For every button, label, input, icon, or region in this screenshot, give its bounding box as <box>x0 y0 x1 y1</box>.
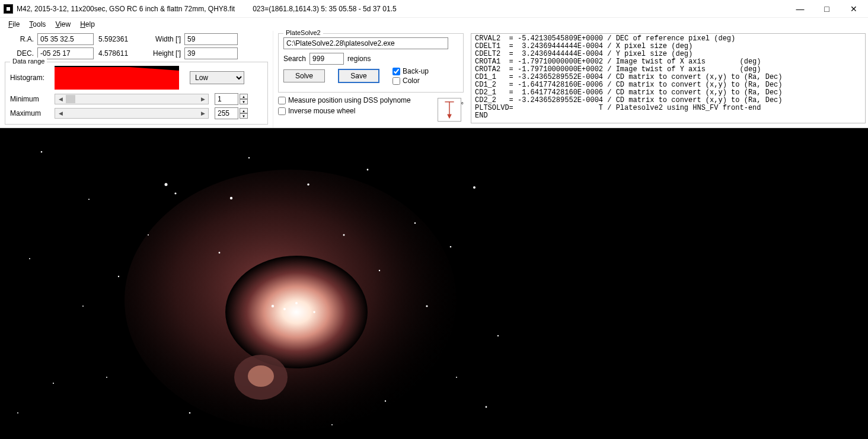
data-range-legend: Data range <box>10 58 47 65</box>
solve-button[interactable]: Solve <box>283 69 325 82</box>
menubar: File Tools View Help <box>0 18 868 31</box>
dec-label: DEC. <box>5 49 37 58</box>
svg-point-36 <box>148 234 149 236</box>
svg-point-22 <box>295 302 298 304</box>
svg-point-14 <box>307 183 309 186</box>
menu-tools[interactable]: Tools <box>24 19 50 30</box>
svg-point-17 <box>450 246 452 248</box>
platesolve-group: PlateSolve2 Search regions Solve Save Ba… <box>278 33 464 93</box>
svg-point-20 <box>272 305 274 307</box>
astronomical-image <box>0 128 522 439</box>
width-input[interactable] <box>184 33 238 45</box>
svg-point-8 <box>41 151 43 153</box>
svg-point-10 <box>165 183 168 186</box>
app-icon <box>4 4 13 14</box>
close-button[interactable]: ✕ <box>840 1 867 17</box>
svg-point-15 <box>367 169 369 171</box>
maximize-button[interactable]: □ <box>813 1 840 17</box>
scroll-left-icon[interactable]: ◀ <box>55 109 66 118</box>
svg-marker-1 <box>447 114 452 119</box>
svg-point-24 <box>82 306 84 307</box>
controls-panel: R.A. 5.592361 Width ['] DEC. 4.578611 He… <box>0 31 868 128</box>
svg-point-18 <box>426 305 427 307</box>
platesolve-panel: PlateSolve2 Search regions Solve Save Ba… <box>273 31 468 128</box>
minimum-slider[interactable]: ◀ ▶ <box>55 94 209 104</box>
histogram-label: Histogram: <box>10 74 55 82</box>
min-spin-down[interactable]: ▼ <box>240 99 248 104</box>
histogram-display <box>55 66 179 90</box>
image-viewport[interactable] <box>0 128 868 439</box>
data-range-group: Data range Histogram: Low Minimum ◀ ▶ ▲▼ <box>5 62 268 125</box>
inverse-mouse-checkbox[interactable]: Inverse mouse wheel <box>278 107 464 115</box>
svg-point-39 <box>106 377 107 378</box>
svg-point-23 <box>313 311 315 313</box>
stretch-select[interactable]: Low <box>190 71 244 84</box>
width-label: Width ['] <box>128 35 184 43</box>
height-label: Height ['] <box>128 49 184 58</box>
titlebar: M42, 2015-3-12, 11x200sec, GSO RC 6 inch… <box>0 0 868 18</box>
svg-point-27 <box>189 412 191 414</box>
menu-file[interactable]: File <box>4 19 24 30</box>
ra-label: R.A. <box>5 35 37 43</box>
maximum-input[interactable] <box>215 107 238 119</box>
svg-point-25 <box>118 276 119 277</box>
color-checkbox[interactable]: Color <box>392 77 429 85</box>
regions-label: regions <box>347 55 371 63</box>
max-spin-down[interactable]: ▼ <box>240 113 248 119</box>
height-input[interactable] <box>184 47 238 59</box>
svg-point-37 <box>486 406 487 408</box>
svg-point-34 <box>379 270 380 271</box>
window-title: M42, 2015-3-12, 11x200sec, GSO RC 6 inch… <box>17 5 253 13</box>
scroll-right-icon[interactable]: ▶ <box>197 109 208 118</box>
svg-point-11 <box>174 192 176 194</box>
ra-input[interactable] <box>37 33 94 45</box>
search-label: Search <box>283 55 306 63</box>
save-button[interactable]: Save <box>338 69 379 83</box>
minimum-input[interactable] <box>215 93 238 105</box>
platesolve-path-input[interactable] <box>283 37 448 49</box>
svg-point-19 <box>497 335 499 336</box>
svg-point-31 <box>17 412 18 413</box>
scroll-left-icon[interactable]: ◀ <box>55 94 66 104</box>
backup-checkbox[interactable]: Back-up <box>392 67 429 75</box>
fits-header-textarea[interactable] <box>471 33 866 123</box>
platesolve-legend: PlateSolve2 <box>283 29 323 36</box>
svg-point-33 <box>343 234 345 236</box>
svg-point-26 <box>53 383 54 384</box>
svg-point-12 <box>230 197 232 199</box>
scroll-right-icon[interactable]: ▶ <box>197 94 208 104</box>
svg-point-9 <box>88 199 90 200</box>
maximum-slider[interactable]: ◀ ▶ <box>55 108 209 119</box>
search-regions-input[interactable] <box>309 53 344 65</box>
maximum-label: Maximum <box>10 109 55 117</box>
svg-point-28 <box>385 400 386 402</box>
svg-point-7 <box>248 365 274 387</box>
cursor-position-readout: 023=(1861.8,1614.3) 5: 35 05.58 - 5d 37 … <box>253 5 397 13</box>
dec-decimal: 4.578611 <box>94 49 128 58</box>
svg-point-32 <box>414 222 416 224</box>
svg-point-29 <box>331 424 333 425</box>
svg-point-5 <box>225 256 368 368</box>
min-spin-up[interactable]: ▲ <box>240 94 248 99</box>
dss-polynome-checkbox[interactable]: Measure position using DSS polynome <box>278 96 464 104</box>
menu-view[interactable]: View <box>50 19 75 30</box>
menu-help[interactable]: Help <box>75 19 100 30</box>
ra-decimal: 5.592361 <box>94 35 128 43</box>
minimum-label: Minimum <box>10 95 55 103</box>
svg-point-21 <box>283 308 286 310</box>
max-spin-up[interactable]: ▲ <box>240 108 248 113</box>
svg-point-13 <box>248 157 250 158</box>
svg-point-38 <box>456 377 457 378</box>
coordinates-panel: R.A. 5.592361 Width ['] DEC. 4.578611 He… <box>0 31 273 128</box>
fits-header-panel <box>468 31 868 128</box>
svg-point-35 <box>219 252 221 254</box>
svg-point-30 <box>29 258 30 259</box>
svg-point-16 <box>473 186 476 189</box>
minimize-button[interactable]: — <box>787 1 813 17</box>
north-arrow-indicator <box>438 98 461 122</box>
